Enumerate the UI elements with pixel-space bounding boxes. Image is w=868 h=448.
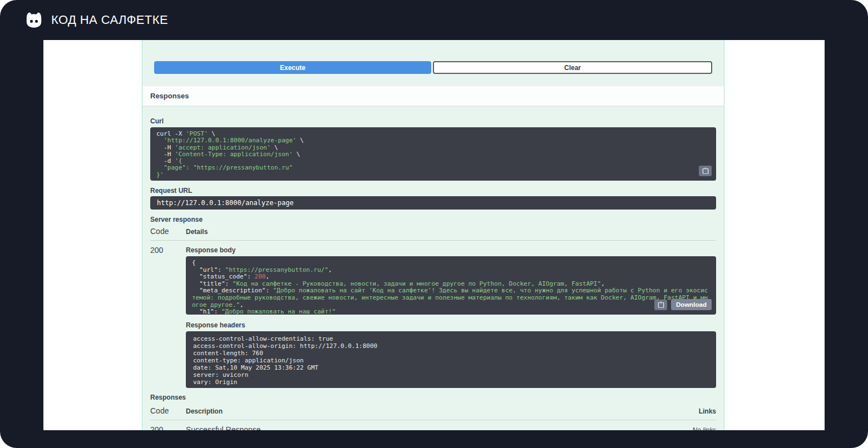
details-column-header: Details: [186, 228, 716, 236]
response-table-row: 200 Successful Response No links: [150, 420, 716, 430]
code-column-header: Code: [150, 406, 186, 415]
execute-button[interactable]: Execute: [154, 61, 431, 74]
response-row-code: 200: [150, 425, 186, 430]
copy-curl-button[interactable]: [699, 166, 712, 176]
response-body-block: { "url": "https://pressanybutton.ru/", "…: [186, 256, 716, 315]
clipboard-icon: [702, 167, 709, 175]
copy-response-button[interactable]: [654, 300, 667, 310]
content-card: Execute Clear Responses Curl curl -X 'PO…: [43, 40, 825, 430]
top-bar: КОД НА САЛФЕТКЕ: [0, 0, 868, 40]
responses-section-header: Responses: [142, 86, 724, 106]
responses-section-title: Responses: [150, 92, 189, 100]
request-url-value: http://127.0.0.1:8000/analyze-page: [150, 196, 716, 210]
request-url-label: Request URL: [150, 187, 716, 195]
responses-table-head: Code Description Links: [150, 406, 716, 415]
response-row-links: No links: [692, 426, 716, 430]
response-headers-block: access-control-allow-credentials: trueac…: [186, 331, 716, 388]
curl-label: Curl: [150, 117, 716, 125]
code-column-header: Code: [150, 227, 186, 236]
server-response-details: Response body { "url": "https://pressany…: [186, 241, 716, 388]
server-response-table-head: Code Details: [150, 227, 716, 236]
links-column-header: Links: [699, 407, 716, 415]
download-button[interactable]: Download: [671, 299, 712, 310]
app-frame: КОД НА САЛФЕТКЕ Execute Clear Responses …: [0, 0, 868, 448]
clear-button[interactable]: Clear: [433, 61, 712, 74]
response-row-description: Successful Response: [186, 425, 692, 430]
clipboard-icon: [658, 301, 664, 308]
response-body-actions: Download: [654, 299, 712, 310]
server-response-label: Server response: [150, 216, 716, 223]
response-body-label: Response body: [186, 246, 716, 254]
curl-code-block: curl -X 'POST' \ 'http://127.0.0.1:8000/…: [150, 127, 716, 181]
brand-title: КОД НА САЛФЕТКЕ: [51, 13, 168, 27]
execute-wrapper: Execute Clear: [142, 61, 724, 74]
description-column-header: Description: [186, 407, 699, 415]
swagger-opblock: Execute Clear Responses Curl curl -X 'PO…: [142, 40, 724, 430]
opblock-body: Curl curl -X 'POST' \ 'http://127.0.0.1:…: [142, 117, 724, 430]
server-response-row: 200 Response body { "url": "https://pres…: [150, 241, 716, 388]
responses-table-label: Responses: [150, 394, 716, 401]
cat-icon: [23, 11, 45, 29]
status-code: 200: [150, 241, 186, 255]
